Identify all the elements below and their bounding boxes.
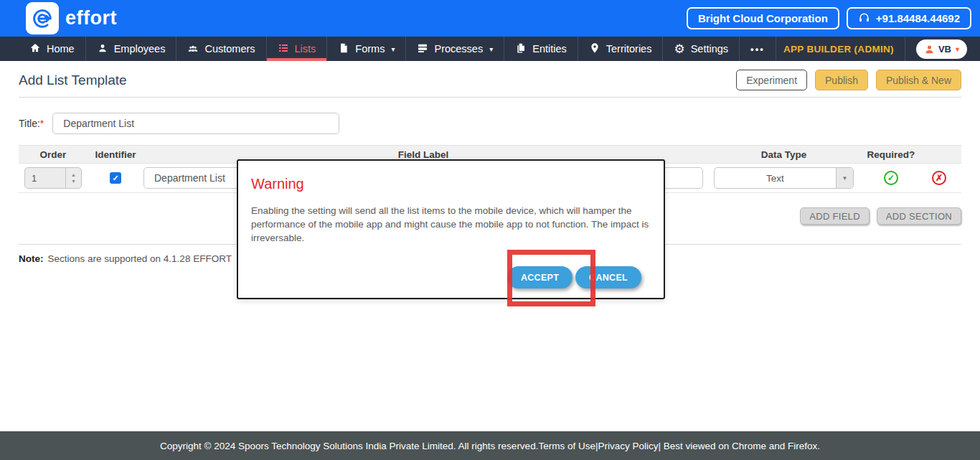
footer-suffix: | Best viewed on Chrome and Firefox. [658, 441, 820, 451]
nav-item-entities[interactable]: Entities [504, 37, 578, 61]
identifier-checkbox[interactable]: ✓ [110, 172, 121, 184]
app-window: effort Bright Cloud Corporation +91.8448… [0, 0, 980, 460]
data-type-select[interactable]: Text ▼ [714, 167, 854, 189]
column-header-required: Required? [864, 149, 918, 160]
user-icon [924, 44, 935, 55]
organization-button[interactable]: Bright Cloud Corporation [687, 7, 839, 29]
nav-label: Home [47, 43, 75, 55]
stack-icon [417, 42, 428, 56]
group-icon [187, 42, 199, 56]
nav-item-more[interactable]: ••• [740, 37, 776, 61]
nav-label: Territories [606, 43, 652, 55]
warning-dialog: Warning Enabling the setting will send a… [237, 159, 665, 299]
nav-label: Lists [295, 43, 316, 55]
stepper-down-icon[interactable]: ▼ [71, 179, 76, 184]
brand-wordmark: effort [65, 7, 117, 29]
accept-button[interactable]: ACCEPT [507, 266, 573, 288]
delete-row-icon[interactable]: ✗ [932, 171, 946, 185]
user-menu-button[interactable]: VB ▾ [916, 39, 967, 59]
column-header-identifier: Identifier [88, 149, 143, 160]
column-header-order: Order [19, 149, 88, 160]
chevron-down-icon: ▾ [489, 45, 493, 53]
copyright-text: Copyright © 2024 Spoors Technology Solut… [160, 441, 538, 451]
divider [19, 97, 961, 98]
publish-button[interactable]: Publish [815, 70, 868, 90]
nav-item-customers[interactable]: Customers [176, 37, 266, 61]
gear-icon: ⚙ [674, 43, 684, 55]
footer: Copyright © 2024 Spoors Technology Solut… [0, 431, 980, 460]
pages-icon [515, 42, 527, 56]
note-label: Note: [19, 253, 44, 264]
nav-item-processes[interactable]: Processes ▾ [406, 37, 504, 61]
page-title: Add List Template [19, 72, 127, 88]
home-icon [29, 42, 41, 56]
dialog-message: Enabling the setting will send all the l… [251, 204, 651, 245]
add-field-button[interactable]: ADD FIELD [800, 207, 870, 225]
list-icon [278, 42, 289, 56]
nav-label: Processes [434, 43, 483, 55]
divider [905, 37, 905, 61]
nav-item-settings[interactable]: ⚙ Settings [663, 37, 740, 61]
cancel-button[interactable]: CANCEL [575, 266, 641, 288]
top-header: effort Bright Cloud Corporation +91.8448… [0, 0, 980, 37]
ellipsis-icon: ••• [750, 44, 765, 55]
nav-item-home[interactable]: Home [19, 37, 86, 61]
title-input[interactable] [52, 113, 339, 134]
required-asterisk: * [40, 118, 44, 129]
chevron-down-icon: ▾ [956, 45, 959, 53]
role-badge: APP BUILDER (ADMIN) [783, 44, 894, 55]
nav-item-lists[interactable]: Lists [267, 37, 328, 61]
nav-item-forms[interactable]: Forms ▾ [327, 37, 406, 61]
stepper-up-icon[interactable]: ▲ [71, 172, 76, 177]
main-nav: Home Employees Customers Lists Forms ▾ P… [0, 37, 980, 61]
support-phone-button[interactable]: +91.84484.44692 [847, 7, 971, 29]
terms-of-use-link[interactable]: Terms of Use [538, 441, 595, 451]
effort-logo-icon[interactable] [26, 2, 59, 34]
publish-and-new-button[interactable]: Publish & New [876, 70, 961, 90]
nav-item-employees[interactable]: Employees [86, 37, 177, 61]
select-arrow-icon[interactable]: ▼ [836, 168, 853, 188]
nav-label: Customers [204, 43, 255, 55]
document-icon [338, 42, 349, 56]
experiment-button[interactable]: Experiment [736, 70, 807, 90]
user-initials: VB [938, 44, 951, 55]
order-value: 1 [25, 168, 65, 188]
nav-label: Employees [114, 43, 166, 55]
map-pin-icon [589, 42, 600, 56]
support-phone-label: +91.84484.44692 [876, 12, 960, 24]
nav-label: Entities [532, 43, 567, 55]
column-header-field-label: Field Label [143, 149, 703, 160]
add-section-button[interactable]: ADD SECTION [877, 207, 961, 225]
organization-label: Bright Cloud Corporation [698, 12, 828, 24]
stepper-arrows[interactable]: ▲ ▼ [65, 168, 81, 188]
chevron-down-icon: ▾ [391, 45, 395, 53]
column-header-data-type: Data Type [703, 149, 864, 160]
order-stepper[interactable]: 1 ▲ ▼ [24, 167, 82, 189]
dialog-title: Warning [251, 176, 651, 192]
required-toggle-icon[interactable]: ✓ [884, 171, 898, 185]
nav-label: Settings [691, 43, 728, 55]
nav-item-territories[interactable]: Territories [578, 37, 664, 61]
headset-icon [858, 11, 870, 26]
title-field-label: Title:* [19, 118, 44, 129]
privacy-policy-link[interactable]: Privacy Policy [598, 441, 658, 451]
person-icon [97, 42, 108, 56]
data-type-value: Text [715, 168, 836, 188]
nav-label: Forms [355, 43, 385, 55]
